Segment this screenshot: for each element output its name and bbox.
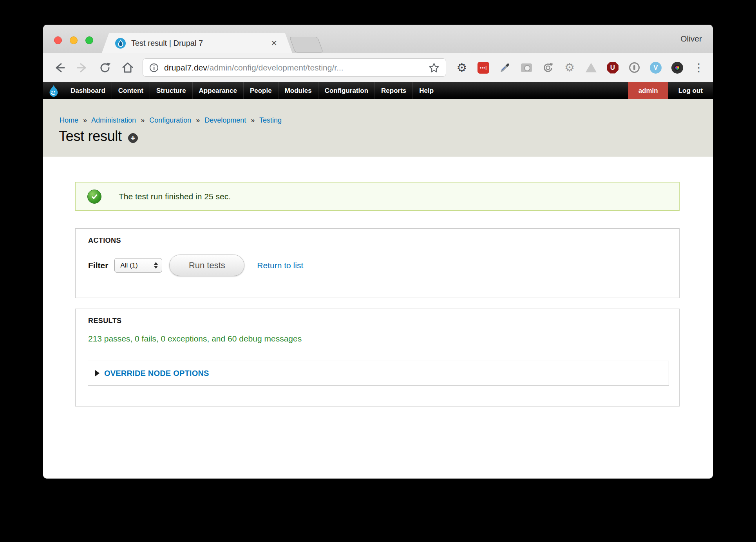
camera-lens-icon[interactable]: [671, 61, 684, 74]
breadcrumb-separator: »: [83, 116, 87, 124]
forward-icon[interactable]: [76, 61, 89, 74]
browser-tab[interactable]: Test result | Drupal 7 ✕: [102, 33, 292, 53]
back-icon[interactable]: [53, 61, 66, 74]
breadcrumb-home[interactable]: Home: [60, 116, 78, 124]
page-info-icon[interactable]: [149, 63, 159, 72]
url-path: /admin/config/development/testing/r...: [207, 63, 344, 72]
password-manager-icon[interactable]: [628, 61, 640, 74]
extension-gear-icon[interactable]: ⚙: [563, 61, 576, 74]
breadcrumb-configuration[interactable]: Configuration: [149, 116, 191, 124]
tab-title: Test result | Drupal 7: [131, 39, 271, 48]
address-bar[interactable]: drupal7.dev/admin/config/development/tes…: [143, 58, 446, 77]
add-shortcut-icon[interactable]: +: [128, 133, 138, 143]
breadcrumb-administration[interactable]: Administration: [91, 116, 136, 124]
run-tests-button[interactable]: Run tests: [169, 255, 244, 276]
toolbar-user-admin[interactable]: admin: [628, 82, 668, 99]
screenshot-camera-icon[interactable]: [520, 61, 533, 74]
browser-toolbar: drupal7.dev/admin/config/development/tes…: [43, 53, 713, 82]
extensions-area: ⚙ •••| ⚙ U V ⋮: [446, 61, 713, 74]
minimize-window-button[interactable]: [70, 36, 78, 44]
page-title: Test result: [59, 128, 122, 145]
drupal-logo-icon[interactable]: [43, 82, 64, 99]
page-header: Home » Administration » Configuration » …: [43, 99, 713, 157]
bookmark-star-icon[interactable]: [429, 62, 439, 73]
toolbar-item-dashboard[interactable]: Dashboard: [64, 82, 112, 99]
results-fieldset: RESULTS 213 passes, 0 fails, 0 exception…: [75, 309, 680, 406]
close-window-button[interactable]: [54, 36, 62, 44]
reload-icon[interactable]: [99, 61, 111, 74]
tab-bar: Test result | Drupal 7 ✕ Oliver: [43, 25, 713, 53]
settings-gear-icon[interactable]: ⚙: [456, 61, 468, 74]
filter-label: Filter: [88, 261, 108, 270]
override-node-options-label[interactable]: OVERRIDE NODE OPTIONS: [104, 369, 209, 378]
browser-window: Test result | Drupal 7 ✕ Oliver drupal7.…: [43, 25, 713, 479]
toolbar-item-reports[interactable]: Reports: [375, 82, 413, 99]
toolbar-item-structure[interactable]: Structure: [150, 82, 193, 99]
toolbar-spacer: [440, 82, 628, 99]
browser-profile-name[interactable]: Oliver: [680, 34, 702, 43]
breadcrumb: Home » Administration » Configuration » …: [60, 116, 282, 125]
toolbar-item-help[interactable]: Help: [413, 82, 440, 99]
ublock-icon[interactable]: U: [606, 61, 619, 74]
collapsed-arrow-icon: [95, 370, 99, 376]
url-text: drupal7.dev/admin/config/development/tes…: [164, 63, 344, 72]
filter-selected-value: All (1): [120, 262, 154, 269]
toolbar-item-people[interactable]: People: [244, 82, 279, 99]
actions-fieldset: ACTIONS Filter All (1) Run tests Return …: [75, 228, 680, 298]
new-tab-button[interactable]: [289, 37, 324, 52]
toolbar-item-appearance[interactable]: Appearance: [193, 82, 244, 99]
filter-select[interactable]: All (1): [114, 258, 162, 273]
toolbar-logout[interactable]: Log out: [668, 82, 713, 99]
breadcrumb-separator: »: [196, 116, 200, 124]
breadcrumb-development[interactable]: Development: [204, 116, 246, 124]
drupal-favicon-icon: [115, 38, 126, 49]
toolbar-item-modules[interactable]: Modules: [279, 82, 318, 99]
breadcrumb-separator: »: [251, 116, 255, 124]
status-message: The test run finished in 25 sec.: [75, 182, 680, 211]
browser-menu-icon[interactable]: ⋮: [693, 61, 705, 74]
toolbar-item-content[interactable]: Content: [112, 82, 150, 99]
status-check-icon: [87, 190, 101, 204]
url-host: drupal7.dev: [164, 63, 207, 72]
zoom-window-button[interactable]: [85, 36, 93, 44]
lastpass-icon[interactable]: •••|: [477, 61, 490, 74]
return-to-list-link[interactable]: Return to list: [257, 261, 303, 270]
page-content: The test run finished in 25 sec. ACTIONS…: [43, 157, 713, 479]
window-resizer-icon[interactable]: [542, 61, 554, 74]
breadcrumb-testing[interactable]: Testing: [259, 116, 282, 124]
home-icon[interactable]: [121, 61, 134, 74]
select-arrows-icon: [154, 262, 158, 269]
close-tab-icon[interactable]: ✕: [271, 38, 277, 48]
drupal-admin-toolbar: Dashboard Content Structure Appearance P…: [43, 82, 713, 99]
override-node-options-fieldset[interactable]: OVERRIDE NODE OPTIONS: [88, 361, 669, 386]
results-legend: RESULTS: [88, 317, 121, 325]
google-drive-icon[interactable]: [585, 61, 597, 74]
actions-legend: ACTIONS: [88, 237, 121, 245]
toolbar-item-configuration[interactable]: Configuration: [318, 82, 375, 99]
v-extension-icon[interactable]: V: [649, 61, 662, 74]
eyedropper-icon[interactable]: [499, 61, 511, 74]
status-text: The test run finished in 25 sec.: [119, 192, 231, 201]
results-summary: 213 passes, 0 fails, 0 exceptions, and 6…: [88, 334, 302, 343]
breadcrumb-separator: »: [141, 116, 145, 124]
